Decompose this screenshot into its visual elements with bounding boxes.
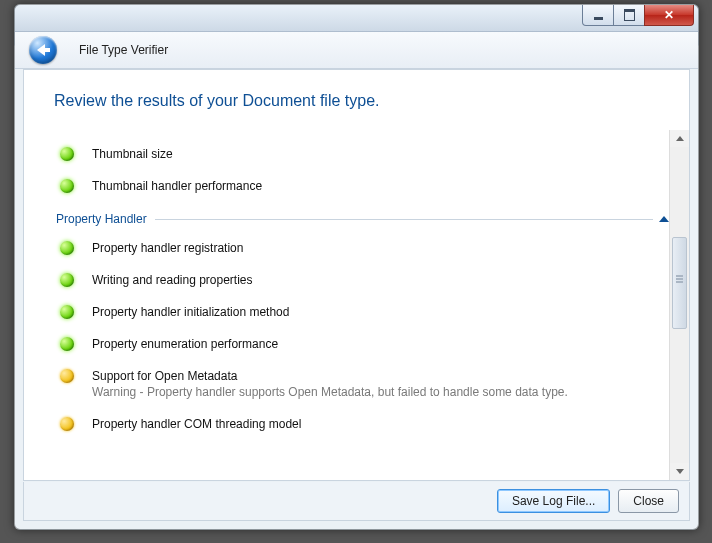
- chevron-up-icon: [676, 136, 684, 141]
- result-row: Property enumeration performance: [60, 328, 669, 360]
- status-ok-icon: [60, 179, 74, 193]
- result-row: Property handler COM threading model: [60, 408, 669, 440]
- result-row: Support for Open Metadata Warning - Prop…: [60, 360, 669, 408]
- scroll-up-button[interactable]: [670, 130, 689, 147]
- status-warning-icon: [60, 417, 74, 431]
- maximize-icon: [624, 9, 635, 21]
- scroll-thumb[interactable]: [672, 237, 687, 329]
- group-divider: [155, 219, 653, 220]
- result-row: Thumbnail size: [60, 138, 669, 170]
- status-ok-icon: [60, 147, 74, 161]
- close-button[interactable]: Close: [618, 489, 679, 513]
- window-frame: ✕ File Type Verifier Review the results …: [14, 4, 699, 530]
- close-label: Close: [633, 494, 664, 508]
- button-bar: Save Log File... Close: [23, 482, 690, 521]
- result-label: Thumbnail handler performance: [92, 178, 262, 194]
- result-row: Thumbnail handler performance: [60, 170, 669, 202]
- scroll-down-button[interactable]: [670, 463, 689, 480]
- page-heading: Review the results of your Document file…: [24, 70, 689, 126]
- collapse-caret-icon: [659, 216, 669, 222]
- back-button[interactable]: [29, 36, 57, 64]
- result-label: Support for Open Metadata: [92, 368, 568, 384]
- result-row: Property handler initialization method: [60, 296, 669, 328]
- save-log-button[interactable]: Save Log File...: [497, 489, 610, 513]
- result-label: Property handler COM threading model: [92, 416, 301, 432]
- status-ok-icon: [60, 273, 74, 287]
- chevron-down-icon: [676, 469, 684, 474]
- status-warning-icon: [60, 369, 74, 383]
- result-label: Property enumeration performance: [92, 336, 278, 352]
- result-label: Property handler registration: [92, 240, 243, 256]
- result-label: Thumbnail size: [92, 146, 173, 162]
- result-subtext: Warning - Property handler supports Open…: [92, 384, 568, 400]
- titlebar[interactable]: ✕: [15, 5, 698, 32]
- maximize-button[interactable]: [613, 5, 645, 26]
- group-header[interactable]: Property Handler: [56, 212, 669, 226]
- minimize-button[interactable]: [582, 5, 614, 26]
- status-ok-icon: [60, 337, 74, 351]
- close-icon: ✕: [664, 8, 674, 22]
- results-list: Thumbnail size Thumbnail handler perform…: [24, 130, 669, 480]
- result-label: Property handler initialization method: [92, 304, 289, 320]
- scrollbar[interactable]: [669, 130, 689, 480]
- save-log-label: Save Log File...: [512, 494, 595, 508]
- close-window-button[interactable]: ✕: [644, 5, 694, 26]
- status-ok-icon: [60, 305, 74, 319]
- client-area: Review the results of your Document file…: [23, 69, 690, 481]
- result-label: Writing and reading properties: [92, 272, 253, 288]
- scroll-track[interactable]: [670, 147, 689, 463]
- nav-row: File Type Verifier: [15, 32, 698, 69]
- result-row: Property handler registration: [60, 232, 669, 264]
- app-title: File Type Verifier: [79, 43, 168, 57]
- minimize-icon: [594, 17, 603, 20]
- status-ok-icon: [60, 241, 74, 255]
- result-row: Writing and reading properties: [60, 264, 669, 296]
- group-title: Property Handler: [56, 212, 147, 226]
